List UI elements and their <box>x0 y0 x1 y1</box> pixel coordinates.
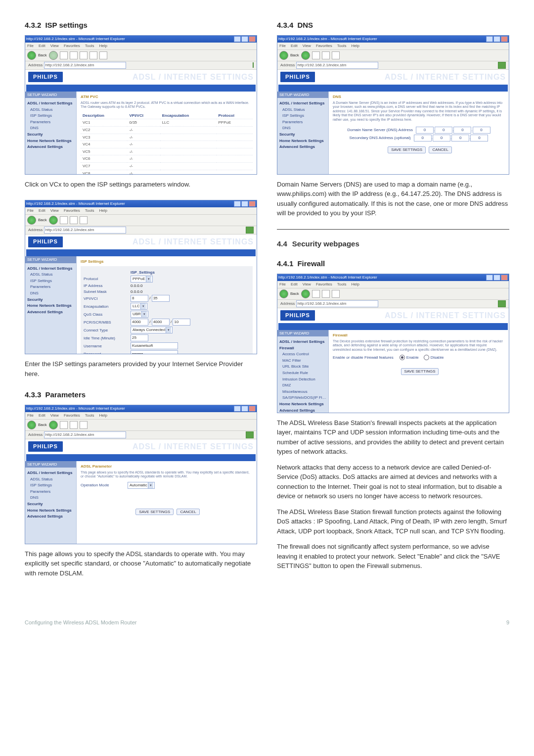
heading-433: 4.3.3Parameters <box>25 389 257 401</box>
table-row[interactable]: VC2-/- <box>81 127 253 134</box>
opmode-select[interactable]: Automatic <box>128 482 155 489</box>
panel-title: ATM PVC <box>81 94 253 99</box>
caption-434: Domain Name Servers (DNS) are used to ma… <box>277 180 509 218</box>
sidebar-item-adsl[interactable]: ADSL / Internet Settings <box>27 101 74 106</box>
minimize-icon[interactable] <box>234 406 241 412</box>
browser-toolbar: Back <box>25 50 257 61</box>
home-icon[interactable] <box>80 51 88 59</box>
minimize-icon[interactable] <box>234 201 241 207</box>
forward-icon[interactable] <box>301 51 310 60</box>
dns1-input[interactable]: 0 <box>416 127 434 134</box>
heading-441: 4.4.1Firewall <box>277 258 509 270</box>
table-row[interactable]: VC5-/- <box>81 148 253 155</box>
table-row[interactable]: VC8-/- <box>81 170 253 174</box>
caption-432: Click on VCx to open the ISP settings pa… <box>25 180 257 189</box>
go-button[interactable] <box>253 62 254 68</box>
minimize-icon[interactable] <box>486 275 493 281</box>
home-icon[interactable] <box>80 216 88 224</box>
heading-44: 4.4Security webpages <box>277 238 509 250</box>
table-row[interactable]: VC3-/- <box>81 134 253 141</box>
sidebar-item-isp[interactable]: ISP Settings <box>27 113 74 118</box>
caption-433: This page allows you to specify the ADSL… <box>25 549 257 578</box>
brand-logo: PHILIPS <box>28 72 63 82</box>
firewall-text: The ADSL Wireless Base Station's firewal… <box>277 418 509 571</box>
window-title: http://192.168.2.1/index.stm - Microsoft… <box>26 37 125 42</box>
forward-icon[interactable] <box>49 421 58 429</box>
forward-icon[interactable] <box>49 51 58 60</box>
browser-menubar: FileEdit ViewFavorites ToolsHelp <box>25 43 257 50</box>
maximize-icon[interactable] <box>493 36 500 42</box>
back-icon[interactable] <box>279 51 288 60</box>
maximize-icon[interactable] <box>241 406 248 412</box>
save-button[interactable]: SAVE SETTINGS <box>401 368 439 375</box>
screenshot-isp-list: http://192.168.2.1/index.stm - Microsoft… <box>25 35 257 175</box>
close-icon[interactable] <box>501 275 508 281</box>
sidebar-item-dns[interactable]: DNS <box>27 126 74 131</box>
forward-icon[interactable] <box>49 216 58 225</box>
favorites-icon[interactable] <box>99 51 107 59</box>
sidebar-item-home[interactable]: Home Network Settings <box>27 139 74 143</box>
back-icon[interactable] <box>27 51 36 60</box>
save-button[interactable]: SAVE SETTINGS <box>135 509 174 516</box>
minimize-icon[interactable] <box>486 36 493 42</box>
back-icon[interactable] <box>27 216 36 225</box>
screenshot-dns: http://192.168.2.1/index.stm - Microsoft… <box>277 35 509 175</box>
address-input[interactable]: http://192.168.2.1/index.stm <box>44 62 126 69</box>
password-input[interactable]: •••••••• <box>131 350 178 354</box>
connect-select[interactable]: Always Connected <box>131 327 173 333</box>
address-input[interactable]: http://192.168.2.1/index.stm <box>44 227 126 234</box>
sidebar-item-adv[interactable]: Advanced Settings <box>27 144 74 149</box>
screenshot-firewall: http://192.168.2.1/index.stm - Microsoft… <box>277 274 509 413</box>
cancel-button[interactable]: CANCEL <box>429 146 451 153</box>
maximize-icon[interactable] <box>241 36 248 42</box>
close-icon[interactable] <box>501 36 508 42</box>
maximize-icon[interactable] <box>241 201 248 207</box>
table-row[interactable]: VC4-/- <box>81 141 253 148</box>
username-input[interactable]: Kusanetsoft <box>131 342 178 349</box>
table-row[interactable]: VC7-/- <box>81 163 253 170</box>
go-button[interactable] <box>498 300 506 307</box>
refresh-icon[interactable] <box>70 216 78 224</box>
sidebar-item-adslstatus[interactable]: ADSL Status <box>27 107 74 112</box>
page-footer: Configuring the Wireless ADSL Modem Rout… <box>25 618 509 627</box>
atm-pvc-table: DescriptionVPI/VCI EncapsulationProtocol… <box>81 112 253 175</box>
qos-select[interactable]: UBR <box>131 311 148 318</box>
cancel-button[interactable]: CANCEL <box>177 509 199 516</box>
go-button[interactable] <box>246 227 254 234</box>
forward-icon[interactable] <box>301 289 310 298</box>
enable-radio[interactable] <box>400 355 405 360</box>
maximize-icon[interactable] <box>493 275 500 281</box>
minimize-icon[interactable] <box>234 36 241 42</box>
search-icon[interactable] <box>89 51 97 59</box>
disable-radio[interactable] <box>424 355 429 360</box>
table-row[interactable]: VC6-/- <box>81 155 253 163</box>
heading-434: 4.3.4DNS <box>277 20 509 31</box>
sidebar-item-parameters[interactable]: Parameters <box>27 120 74 125</box>
screenshot-isp-form: http://192.168.2.1/index.stm - Microsoft… <box>25 200 257 354</box>
close-icon[interactable] <box>249 201 256 207</box>
back-icon[interactable] <box>27 421 36 429</box>
stop-icon[interactable] <box>60 216 68 224</box>
caption-432b: Enter the ISP settings parameters provid… <box>25 359 257 378</box>
table-row[interactable]: VC10/35LLCPPPoE <box>81 119 253 127</box>
close-icon[interactable] <box>249 36 256 42</box>
dns2-input[interactable]: 0 <box>414 135 432 142</box>
back-icon[interactable] <box>279 289 288 298</box>
refresh-icon[interactable] <box>70 51 78 59</box>
heading-432: 4.3.2ISP settings <box>25 20 257 31</box>
close-icon[interactable] <box>249 406 256 412</box>
screenshot-parameters: http://192.168.2.1/index.stm - Microsoft… <box>25 405 257 544</box>
save-button[interactable]: SAVE SETTINGS <box>388 146 426 153</box>
stop-icon[interactable] <box>60 51 68 59</box>
encap-select[interactable]: LLC <box>131 303 147 310</box>
idle-input[interactable]: 25 <box>131 334 148 341</box>
protocol-select[interactable]: PPPoE <box>131 276 153 283</box>
go-button[interactable] <box>498 62 506 69</box>
go-button[interactable] <box>246 431 254 438</box>
sidebar-item-security[interactable]: Security <box>27 132 74 137</box>
